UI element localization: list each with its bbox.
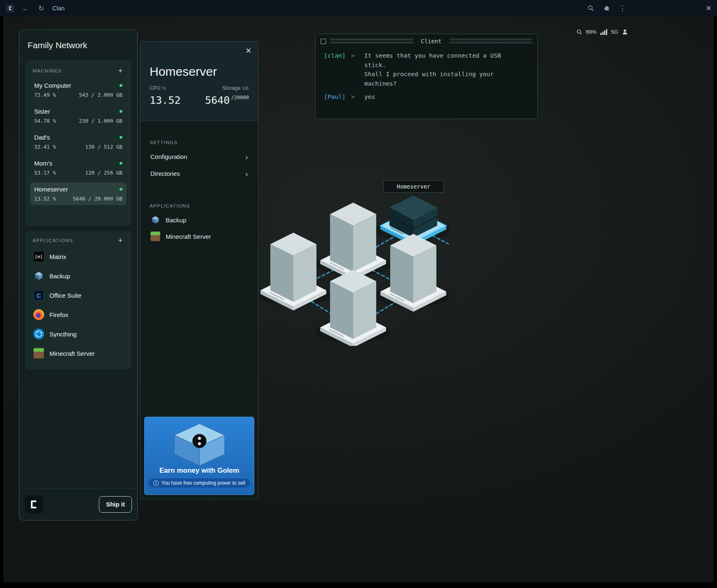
storage-unit: GB xyxy=(242,86,249,91)
online-status-dot xyxy=(120,110,122,113)
menu-kebab-icon[interactable]: ⋮ xyxy=(618,5,627,12)
diagram-node-machine[interactable] xyxy=(320,270,386,346)
machine-storage: 130 / 512 GB xyxy=(85,144,122,150)
app-row-firefox[interactable]: Firefox xyxy=(30,306,127,323)
detail-app-minecraft[interactable]: Minecraft Server xyxy=(150,228,249,245)
matrix-icon: [m] xyxy=(33,251,44,262)
app-row-minecraft-server[interactable]: Minecraft Server xyxy=(30,345,127,362)
detail-app-backup[interactable]: Backup xyxy=(150,212,249,228)
directories-row[interactable]: Directories › xyxy=(150,165,249,182)
machine-name: Dad's xyxy=(34,134,50,141)
terminal-message-paul: [Paul] > yes xyxy=(324,92,529,102)
app-label: Office Suite xyxy=(49,292,81,299)
prompt-symbol: > xyxy=(351,51,364,88)
machine-row-moms[interactable]: Mom's 53.17 % 120 / 256 GB xyxy=(30,156,127,179)
terminal-titlebar[interactable]: Client xyxy=(316,34,537,46)
app-label: Matrix xyxy=(49,253,66,260)
app-label: Syncthing xyxy=(49,331,77,338)
message-lines: It seems that you have connected a USB s… xyxy=(364,51,501,88)
app-label: Backup xyxy=(49,273,70,280)
diagram-tooltip: Homeserver xyxy=(383,180,444,193)
speaker-paul: [Paul] xyxy=(324,92,351,102)
storage-value: 5640 xyxy=(205,94,230,106)
app-row-office-suite[interactable]: C Office Suite xyxy=(30,287,127,303)
ship-it-button[interactable]: Ship it xyxy=(99,496,132,513)
titlebar-stripes-left xyxy=(330,39,413,44)
page-title: Clan xyxy=(52,5,65,12)
zoom-icon[interactable] xyxy=(586,5,595,12)
storage-total: /20000 xyxy=(231,95,249,100)
status-indicators: 69% 5G xyxy=(576,29,628,35)
configuration-label: Configuration xyxy=(150,153,187,160)
close-panel-icon[interactable]: × xyxy=(246,46,251,56)
configuration-row[interactable]: Configuration › xyxy=(150,148,249,165)
settings-heading: SETTINGS xyxy=(150,140,249,145)
detail-header: × Homeserver CPU% 13.52 StorageGB 5640 /… xyxy=(141,42,258,121)
app-row-syncthing[interactable]: Syncthing xyxy=(30,326,127,342)
message-line: stick. xyxy=(364,61,501,70)
detail-app-label: Minecraft Server xyxy=(166,233,211,240)
machine-cpu: 13.52 % xyxy=(34,196,56,202)
diagram-node-machine[interactable] xyxy=(320,203,386,280)
firefox-icon xyxy=(33,309,44,320)
window-close-icon[interactable]: × xyxy=(706,4,711,13)
clan-logo xyxy=(25,495,43,513)
app-row-backup[interactable]: Backup xyxy=(30,268,127,284)
zoom-level-value: 69% xyxy=(586,29,597,35)
applications-card: APPLICATIONS + [m] Matrix Backup xyxy=(25,231,131,369)
diagram-node-machine[interactable] xyxy=(260,233,326,310)
back-icon[interactable]: ← xyxy=(21,5,30,12)
app-row-matrix[interactable]: [m] Matrix xyxy=(30,248,127,265)
terminal-window-icon[interactable] xyxy=(321,39,326,44)
speaker-clan: [clan] xyxy=(324,51,351,88)
add-application-button[interactable]: + xyxy=(117,237,124,244)
refresh-icon[interactable]: ↻ xyxy=(37,5,46,12)
machine-row-sister[interactable]: Sister 54.78 % 230 / 1.000 GB xyxy=(30,105,127,127)
clan-app-icon xyxy=(6,4,14,13)
zoom-level-icon xyxy=(576,29,582,35)
machine-name: My Computer xyxy=(34,82,71,89)
backup-icon xyxy=(150,215,160,225)
machine-row-homeserver[interactable]: Homeserver 13.52 % 5640 / 20.000 GB xyxy=(30,182,127,205)
golem-ad-card[interactable]: Earn money with Golem i You have free co… xyxy=(144,417,254,495)
terminal-body[interactable]: [clan] > It seems that you have connecte… xyxy=(316,46,537,111)
golem-ad-badge: i You have free computing power to sell xyxy=(148,478,250,488)
machine-row-dads[interactable]: Dad's 32.41 % 130 / 512 GB xyxy=(30,131,127,153)
machine-cpu: 53.17 % xyxy=(34,170,56,176)
add-machine-button[interactable]: + xyxy=(117,67,124,75)
message-line: It seems that you have connected a USB xyxy=(364,51,501,61)
office-suite-icon: C xyxy=(33,290,44,301)
message-lines: yes xyxy=(364,92,375,102)
machine-storage: 543 / 2.000 GB xyxy=(79,92,122,98)
machines-heading: MACHINES xyxy=(33,68,62,73)
applications-heading: APPLICATIONS xyxy=(33,238,73,243)
online-status-dot xyxy=(120,162,122,165)
online-status-dot xyxy=(120,84,122,87)
extensions-icon[interactable] xyxy=(602,5,611,12)
message-line: Shall I proceed with installing your xyxy=(364,70,501,79)
cpu-stat: CPU% 13.52 xyxy=(150,85,180,106)
syncthing-icon xyxy=(33,329,44,339)
app-label: Firefox xyxy=(49,311,68,318)
detail-app-label: Backup xyxy=(166,217,186,224)
machine-name: Sister xyxy=(34,108,50,115)
machine-row-my-computer[interactable]: My Computer 72.49 % 543 / 2.000 GB xyxy=(30,79,127,101)
minecraft-icon xyxy=(33,348,44,359)
message-line: machines? xyxy=(364,79,501,89)
network-type-label: 5G xyxy=(611,29,618,35)
machine-cpu: 32.41 % xyxy=(34,144,56,150)
diagram-node-machine[interactable] xyxy=(380,234,446,312)
storage-label: Storage xyxy=(222,85,241,91)
storage-stat: StorageGB 5640 /20000 xyxy=(205,85,249,106)
detail-title: Homeserver xyxy=(150,65,249,79)
terminal-message-clan: [clan] > It seems that you have connecte… xyxy=(324,51,529,88)
directories-label: Directories xyxy=(150,170,180,177)
minecraft-icon xyxy=(150,231,160,241)
message-line: yes xyxy=(364,92,375,102)
app-label: Minecraft Server xyxy=(49,350,95,357)
machine-name: Homeserver xyxy=(34,186,68,193)
detail-applications-heading: APPLICATIONS xyxy=(150,203,249,208)
sidebar-footer: Ship it xyxy=(19,488,137,520)
titlebar-stripes-right xyxy=(449,39,532,44)
user-icon xyxy=(622,29,628,35)
